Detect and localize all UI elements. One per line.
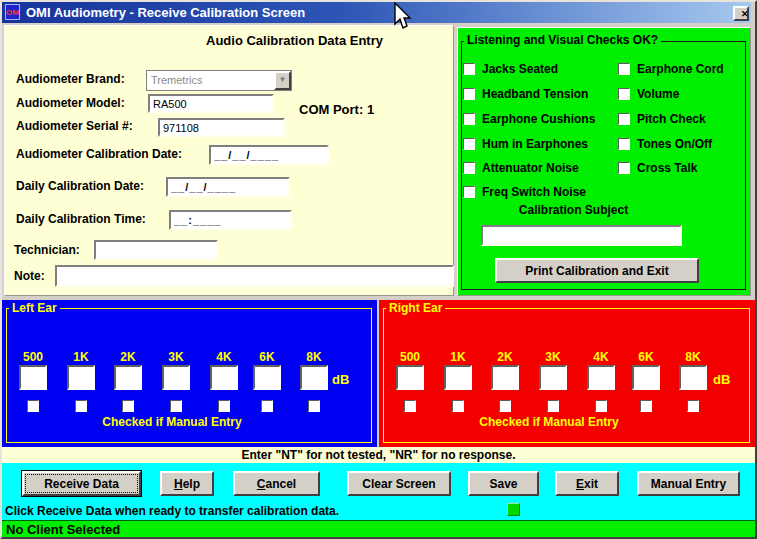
- cancel-button[interactable]: Cancel: [233, 471, 320, 496]
- check-label: Cross Talk: [637, 161, 697, 175]
- client-status-text: No Client Selected: [6, 522, 120, 537]
- left-ear-6k-db-input[interactable]: [253, 365, 281, 390]
- freq-label-8k: 8K: [679, 350, 707, 364]
- right-ear-4k-manual-checkbox[interactable]: [595, 400, 607, 412]
- title-bar: OM OMI Audiometry - Receive Calibration …: [2, 2, 751, 23]
- daily-cal-date-input[interactable]: [166, 177, 290, 197]
- left-ear-500-db-input[interactable]: [19, 365, 47, 390]
- left-ear-4k-manual-checkbox[interactable]: [218, 400, 230, 412]
- check-item-attenuator-noise: Attenuator Noise: [463, 158, 579, 172]
- note-input[interactable]: [55, 265, 454, 287]
- manual-entry-button[interactable]: Manual Entry: [637, 471, 740, 496]
- right-ear-4k-db-input[interactable]: [587, 365, 615, 390]
- headband-tension-checkbox[interactable]: [463, 88, 475, 100]
- left-ear-db-label: dB: [332, 372, 349, 387]
- tones-on-off-checkbox[interactable]: [618, 138, 630, 150]
- left-ear-3k-manual-checkbox[interactable]: [170, 400, 182, 412]
- right-ear-2k-manual-checkbox[interactable]: [499, 400, 511, 412]
- pitch-check-checkbox[interactable]: [618, 113, 630, 125]
- right-ear-8k-manual-checkbox[interactable]: [687, 400, 699, 412]
- exit-button[interactable]: Exit: [555, 471, 619, 496]
- left-ear-2k-db-input[interactable]: [114, 365, 142, 390]
- left-ear-8k-db-input[interactable]: [300, 365, 328, 390]
- brand-label: Audiometer Brand:: [16, 72, 125, 86]
- clear-screen-button[interactable]: Clear Screen: [347, 471, 451, 496]
- check-item-jacks-seated: Jacks Seated: [463, 59, 558, 73]
- help-button[interactable]: Help: [160, 471, 214, 496]
- earphone-cord-checkbox[interactable]: [618, 63, 630, 75]
- check-item-hum-in-earphones: Hum in Earphones: [463, 134, 588, 148]
- right-ear-1k-manual-checkbox[interactable]: [452, 400, 464, 412]
- left-ear-8k-manual-checkbox[interactable]: [308, 400, 320, 412]
- client-status-bar: No Client Selected: [2, 520, 755, 537]
- left-ear-6k-manual-checkbox[interactable]: [261, 400, 273, 412]
- left-ear-4k-db-input[interactable]: [210, 365, 238, 390]
- cross-talk-checkbox[interactable]: [618, 162, 630, 174]
- left-ear-1k-manual-checkbox[interactable]: [75, 400, 87, 412]
- check-label: Pitch Check: [637, 112, 706, 126]
- close-button[interactable]: ✕: [733, 6, 749, 21]
- right-ear-6k-manual-checkbox[interactable]: [640, 400, 652, 412]
- check-label: Headband Tension: [482, 87, 588, 101]
- right-ear-2k-db-input[interactable]: [491, 365, 519, 390]
- technician-label: Technician:: [14, 243, 80, 257]
- hum-in-earphones-checkbox[interactable]: [463, 138, 475, 150]
- check-item-tones-on-off: Tones On/Off: [618, 134, 712, 148]
- right-ear-3k-db-input[interactable]: [539, 365, 567, 390]
- earphone-cushions-checkbox[interactable]: [463, 113, 475, 125]
- left-ear-2k-manual-checkbox[interactable]: [122, 400, 134, 412]
- audiometer-cal-date-input[interactable]: [209, 145, 329, 165]
- calibration-data-entry-panel: Audio Calibration Data Entry Audiometer …: [4, 25, 454, 296]
- right-ear-3k-manual-checkbox[interactable]: [547, 400, 559, 412]
- check-item-earphone-cord: Earphone Cord: [618, 59, 724, 73]
- listening-checks-panel: Listening and Visual Checks OK? Jacks Se…: [457, 27, 751, 296]
- technician-input[interactable]: [94, 240, 218, 260]
- action-button-bar: Receive Data Help Cancel Clear Screen Sa…: [2, 463, 755, 520]
- jacks-seated-checkbox[interactable]: [463, 63, 475, 75]
- left-ear-manual-entry-label: Checked if Manual Entry: [62, 415, 282, 429]
- check-label: Earphone Cushions: [482, 112, 595, 126]
- check-item-pitch-check: Pitch Check: [618, 109, 706, 123]
- serial-input[interactable]: [158, 118, 285, 137]
- left-ear-panel: Left Ear 500 1K 2K 3K 4K 6K 8K dB Checke…: [2, 300, 377, 447]
- left-ear-500-manual-checkbox[interactable]: [27, 400, 39, 412]
- receive-data-button[interactable]: Receive Data: [22, 471, 141, 496]
- freq-label-6k: 6K: [253, 350, 281, 364]
- right-ear-500-db-input[interactable]: [396, 365, 424, 390]
- button-text: Clear Screen: [362, 477, 435, 491]
- volume-checkbox[interactable]: [618, 88, 630, 100]
- right-ear-500-manual-checkbox[interactable]: [404, 400, 416, 412]
- right-ear-8k-db-input[interactable]: [679, 365, 707, 390]
- chevron-down-icon[interactable]: ▼: [274, 71, 291, 90]
- daily-cal-time-input[interactable]: [169, 210, 292, 230]
- left-ear-col-500: 500: [19, 300, 47, 447]
- status-message: Click Receive Data when ready to transfe…: [5, 504, 339, 518]
- check-label: Jacks Seated: [482, 62, 558, 76]
- print-calibration-exit-button[interactable]: Print Calibration and Exit: [495, 258, 699, 283]
- freq-label-1k: 1K: [444, 350, 472, 364]
- save-button[interactable]: Save: [468, 471, 539, 496]
- button-text: xit: [584, 477, 598, 491]
- calibration-subject-input[interactable]: [481, 225, 682, 246]
- attenuator-noise-checkbox[interactable]: [463, 162, 475, 174]
- nt-nr-instruction: Enter "NT" for not tested, "NR" for no r…: [2, 447, 755, 463]
- right-ear-1k-db-input[interactable]: [444, 365, 472, 390]
- left-ear-3k-db-input[interactable]: [162, 365, 190, 390]
- model-input[interactable]: [148, 94, 274, 113]
- model-label: Audiometer Model:: [16, 96, 125, 110]
- left-ear-col-8k: 8K: [300, 300, 328, 447]
- check-label: Freq Switch Noise: [482, 185, 586, 199]
- right-ear-db-label: dB: [713, 372, 730, 387]
- serial-label: Audiometer Serial #:: [16, 119, 133, 133]
- check-label: Earphone Cord: [637, 62, 724, 76]
- brand-value: Tremetrics: [151, 74, 203, 86]
- brand-combobox[interactable]: Tremetrics ▼: [146, 70, 292, 91]
- right-ear-6k-db-input[interactable]: [632, 365, 660, 390]
- left-ear-1k-db-input[interactable]: [67, 365, 95, 390]
- left-ear-title: Left Ear: [9, 301, 60, 315]
- check-item-volume: Volume: [618, 84, 679, 98]
- button-text: Receive Data: [44, 477, 119, 491]
- freq-switch-noise-checkbox[interactable]: [463, 186, 475, 198]
- check-item-headband-tension: Headband Tension: [463, 84, 588, 98]
- ready-indicator-square: [507, 503, 520, 516]
